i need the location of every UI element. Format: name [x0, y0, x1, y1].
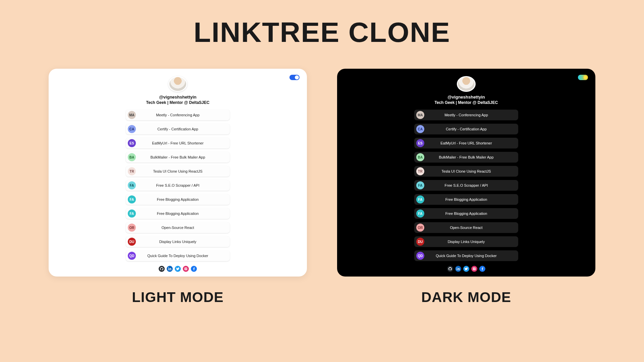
link-item[interactable]: ESEatMyUrl - Free URL Shortener — [414, 138, 518, 148]
link-item[interactable]: MAMeetly - Conferencing App — [414, 110, 518, 120]
avatar — [457, 76, 476, 92]
link-label: Quick Guide To Deploy Using Docker — [414, 254, 518, 258]
link-badge-icon: FA — [416, 181, 424, 189]
link-badge-icon: QD — [416, 252, 424, 260]
link-item[interactable]: FAFree Blogging Application — [126, 194, 230, 205]
link-item[interactable]: FAFree Blogging Application — [126, 208, 230, 219]
facebook-icon[interactable] — [191, 266, 197, 272]
links-list: MAMeetly - Conferencing AppCACertify - C… — [414, 110, 518, 261]
link-label: Free S.E.O Scrapper / API — [414, 183, 518, 187]
link-item[interactable]: BABulkMailer - Free Bulk Mailer App — [414, 152, 518, 163]
link-label: Free Blogging Application — [126, 212, 230, 216]
link-item[interactable]: CACertify - Certification App — [126, 124, 230, 134]
bio: Tech Geek | Mentor @ DeltaSJEC — [146, 100, 210, 105]
links-list: MAMeetly - Conferencing AppCACertify - C… — [126, 110, 230, 261]
dark-mode-caption: DARK MODE — [421, 289, 511, 305]
dark-mode-card: @vigneshshettyin Tech Geek | Mentor @ De… — [337, 69, 595, 277]
link-label: Free Blogging Application — [414, 197, 518, 201]
link-label: Display Links Uniquely — [414, 240, 518, 244]
username: @vigneshshettyin — [447, 95, 485, 100]
theme-toggle[interactable] — [578, 75, 588, 80]
link-badge-icon: DU — [416, 238, 424, 246]
link-label: Free S.E.O Scrapper / API — [126, 183, 230, 187]
link-badge-icon: ES — [416, 139, 424, 147]
link-item[interactable]: TRTesla UI Clone Using ReactJS — [414, 166, 518, 177]
link-badge-icon: OR — [128, 224, 136, 232]
light-mode-card: @vigneshshettyin Tech Geek | Mentor @ De… — [49, 69, 307, 277]
link-label: Open-Source React — [126, 226, 230, 230]
link-badge-icon: OR — [416, 224, 424, 232]
link-label: Meetly - Conferencing App — [414, 113, 518, 117]
link-label: Meetly - Conferencing App — [126, 113, 230, 117]
link-badge-icon: FA — [416, 195, 424, 203]
toggle-knob-icon — [583, 75, 587, 79]
link-item[interactable]: FAFree S.E.O Scrapper / API — [414, 180, 518, 191]
link-label: EatMyUrl - Free URL Shortener — [126, 141, 230, 145]
link-badge-icon: FA — [128, 181, 136, 189]
link-label: EatMyUrl - Free URL Shortener — [414, 141, 518, 145]
link-item[interactable]: DUDisplay Links Uniquely — [126, 236, 230, 247]
link-item[interactable]: QDQuick Guide To Deploy Using Docker — [126, 250, 230, 261]
link-item[interactable]: CACertify - Certification App — [414, 124, 518, 134]
link-label: Tesla UI Clone Using ReactJS — [414, 169, 518, 173]
link-item[interactable]: TRTesla UI Clone Using ReactJS — [126, 166, 230, 177]
link-badge-icon: FA — [128, 195, 136, 203]
link-label: Display Links Uniquely — [126, 240, 230, 244]
link-item[interactable]: FAFree Blogging Application — [414, 208, 518, 219]
link-item[interactable]: FAFree Blogging Application — [414, 194, 518, 205]
link-badge-icon: FA — [128, 209, 136, 218]
bio: Tech Geek | Mentor @ DeltaSJEC — [435, 100, 498, 105]
social-links — [159, 266, 197, 272]
link-label: Free Blogging Application — [126, 197, 230, 201]
link-label: BulkMailer - Free Bulk Mailer App — [126, 155, 230, 159]
username: @vigneshshettyin — [159, 95, 197, 100]
mode-showcase-row: @vigneshshettyin Tech Geek | Mentor @ De… — [0, 69, 644, 305]
twitter-icon[interactable] — [463, 266, 469, 272]
social-links — [447, 266, 485, 272]
link-badge-icon: ES — [128, 139, 136, 147]
link-badge-icon: TR — [128, 167, 136, 175]
link-item[interactable]: BABulkMailer - Free Bulk Mailer App — [126, 152, 230, 163]
link-item[interactable]: MAMeetly - Conferencing App — [126, 110, 230, 120]
github-icon[interactable] — [447, 266, 453, 272]
link-badge-icon: BA — [128, 153, 136, 161]
link-item[interactable]: QDQuick Guide To Deploy Using Docker — [414, 250, 518, 261]
linkedin-icon[interactable] — [455, 266, 461, 272]
link-badge-icon: TR — [416, 167, 424, 175]
link-badge-icon: QD — [128, 252, 136, 260]
theme-toggle[interactable] — [289, 75, 300, 80]
twitter-icon[interactable] — [175, 266, 181, 272]
link-label: Open-Source React — [414, 226, 518, 230]
link-badge-icon: MA — [416, 111, 424, 119]
link-item[interactable]: OROpen-Source React — [414, 222, 518, 233]
link-badge-icon: CA — [128, 125, 136, 133]
toggle-knob-icon — [295, 75, 299, 79]
link-badge-icon: BA — [416, 153, 424, 161]
link-label: Free Blogging Application — [414, 212, 518, 216]
link-label: BulkMailer - Free Bulk Mailer App — [414, 155, 518, 159]
instagram-icon[interactable] — [471, 266, 477, 272]
link-label: Certify - Certification App — [126, 127, 230, 131]
link-item[interactable]: OROpen-Source React — [126, 222, 230, 233]
link-item[interactable]: ESEatMyUrl - Free URL Shortener — [126, 138, 230, 148]
light-mode-column: @vigneshshettyin Tech Geek | Mentor @ De… — [49, 69, 307, 305]
link-item[interactable]: FAFree S.E.O Scrapper / API — [126, 180, 230, 191]
link-badge-icon: DU — [128, 238, 136, 246]
page-title: LINKTREE CLONE — [0, 16, 644, 49]
link-badge-icon: MA — [128, 111, 136, 119]
github-icon[interactable] — [159, 266, 165, 272]
link-label: Tesla UI Clone Using ReactJS — [126, 169, 230, 173]
link-badge-icon: FA — [416, 209, 424, 218]
link-label: Quick Guide To Deploy Using Docker — [126, 254, 230, 258]
dark-mode-column: @vigneshshettyin Tech Geek | Mentor @ De… — [337, 69, 595, 305]
facebook-icon[interactable] — [479, 266, 485, 272]
avatar — [168, 76, 187, 92]
link-item[interactable]: DUDisplay Links Uniquely — [414, 236, 518, 247]
link-label: Certify - Certification App — [414, 127, 518, 131]
linkedin-icon[interactable] — [167, 266, 173, 272]
instagram-icon[interactable] — [183, 266, 189, 272]
link-badge-icon: CA — [416, 125, 424, 133]
light-mode-caption: LIGHT MODE — [132, 289, 224, 305]
